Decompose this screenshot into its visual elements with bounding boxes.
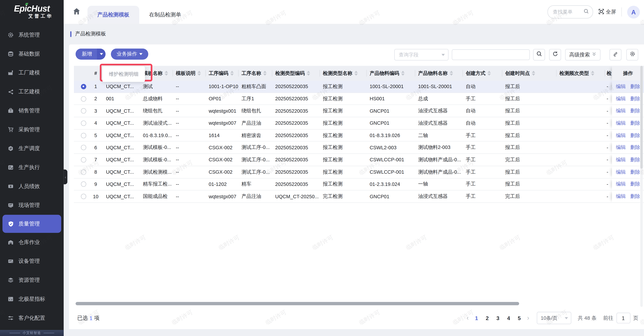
page-number-5[interactable]: 5 <box>514 315 524 321</box>
sidebar-item-3[interactable]: 工艺建模 <box>0 82 64 101</box>
tab-wip-inspection-sheet[interactable]: 在制品检测单 <box>139 6 191 24</box>
vertical-scrollbar[interactable] <box>640 66 643 307</box>
sidebar-item-0[interactable]: 系统管理 <box>0 26 64 45</box>
delete-link[interactable]: 删除 <box>630 144 640 151</box>
table-row-6[interactable]: 6UQCM_CT...测试模板-0...--CSGX-002测试工序-0...2… <box>74 142 644 154</box>
table-row-10[interactable]: 10UQCM_CT...国能成品检--wqtestgx007产品注油UQCM_C… <box>74 191 644 203</box>
edit-link[interactable]: 编辑 <box>616 132 626 139</box>
table-row-8[interactable]: 8UQCM_CT...测试检测模...--CSGX-002测试工序-0...20… <box>74 166 644 178</box>
row-radio[interactable] <box>74 81 89 93</box>
delete-link[interactable]: 删除 <box>630 181 640 188</box>
search-button[interactable] <box>533 49 545 61</box>
table-row-1[interactable]: 1UQCM_CT...测试--1001-1-OP10粗精车凸面202505220… <box>74 81 644 93</box>
delete-link[interactable]: 删除 <box>630 107 640 114</box>
sort-carets-icon[interactable] <box>263 71 266 76</box>
fullscreen-button[interactable]: 全屏 <box>598 9 616 16</box>
edit-link[interactable]: 编辑 <box>616 144 626 151</box>
sidebar-item-6[interactable]: 生产调度 <box>0 139 64 158</box>
delete-link[interactable]: 删除 <box>630 193 640 200</box>
column-header-6[interactable]: 检测类型编码 <box>272 66 320 80</box>
refresh-button[interactable] <box>549 49 561 61</box>
sort-carets-icon[interactable] <box>488 71 491 76</box>
advanced-search-button[interactable]: 高级搜索 <box>565 49 600 61</box>
prev-page-button[interactable]: ‹ <box>464 314 471 322</box>
sidebar-item-4[interactable]: 销售管理 <box>0 101 64 120</box>
edit-link[interactable]: 编辑 <box>616 83 626 90</box>
row-radio[interactable] <box>74 117 89 129</box>
add-button[interactable]: 新增 <box>76 49 106 60</box>
column-header-10[interactable]: 创建方式 <box>462 66 502 80</box>
delete-link[interactable]: 删除 <box>630 120 640 127</box>
column-header-7[interactable]: 检测类型名称 <box>320 66 366 80</box>
sidebar-item-5[interactable]: 采购管理 <box>0 120 64 139</box>
goto-page-input[interactable] <box>616 313 630 323</box>
table-row-5[interactable]: 5UQCM_CT...01-8.3.19.0...--1614精密滚齿20250… <box>74 129 644 142</box>
horizontal-scrollbar[interactable] <box>76 302 519 305</box>
sort-carets-icon[interactable] <box>307 71 310 76</box>
row-radio[interactable] <box>74 129 89 141</box>
table-row-3[interactable]: 3UQCM_CT...绕组包扎--wqtestgx001绕组包扎20250522… <box>74 105 644 117</box>
table-row-4[interactable]: 4UQCM_CT...测试油浸式...--wqtestgx007产品注油2025… <box>74 117 644 129</box>
delete-link[interactable]: 删除 <box>630 169 640 176</box>
edit-columns-button[interactable] <box>610 49 621 61</box>
sidebar-item-8[interactable]: 人员绩效 <box>0 177 64 196</box>
delete-link[interactable]: 删除 <box>630 132 640 139</box>
edit-link[interactable]: 编辑 <box>616 193 626 200</box>
row-radio[interactable] <box>74 179 89 190</box>
table-settings-button[interactable] <box>626 49 638 61</box>
vertical-scrollbar-thumb[interactable] <box>640 66 643 169</box>
sort-carets-icon[interactable] <box>230 71 234 76</box>
home-button[interactable] <box>73 0 80 24</box>
sort-carets-icon[interactable] <box>532 71 535 76</box>
row-radio[interactable] <box>74 191 89 203</box>
row-radio[interactable] <box>74 105 89 117</box>
edit-link[interactable]: 编辑 <box>616 156 626 163</box>
page-number-1[interactable]: 1 <box>471 315 482 321</box>
query-value-input[interactable] <box>452 49 530 60</box>
column-header-11[interactable]: 创建时间点 <box>502 66 556 80</box>
delete-link[interactable]: 删除 <box>630 156 640 163</box>
menu-search-input[interactable]: 查找菜单 <box>548 6 593 19</box>
sort-carets-icon[interactable] <box>198 71 201 76</box>
delete-link[interactable]: 删除 <box>630 95 640 102</box>
sidebar-item-13[interactable]: 资源管理 <box>0 271 64 290</box>
edit-link[interactable]: 编辑 <box>616 120 626 127</box>
tab-product-inspection-template[interactable]: 产品检测模板 <box>88 6 139 24</box>
sort-carets-icon[interactable] <box>591 71 594 76</box>
page-number-4[interactable]: 4 <box>503 315 514 321</box>
table-row-7[interactable]: 7UQCM_CT...测试模板-0...--CSGX-002测试工序-0...2… <box>74 154 644 166</box>
column-header-5[interactable]: 工序名称 <box>238 66 272 80</box>
edit-link[interactable]: 编辑 <box>616 107 626 114</box>
column-header-12[interactable]: 检测频次类型 <box>556 66 604 80</box>
sidebar-item-9[interactable]: 现场管理 <box>0 196 64 215</box>
next-page-button[interactable]: › <box>524 314 532 322</box>
sort-carets-icon[interactable] <box>354 71 358 76</box>
edit-link[interactable]: 编辑 <box>616 169 626 176</box>
query-field-select[interactable]: 查询字段 <box>394 49 448 61</box>
table-row-9[interactable]: 9UQCM_CT...精车报工检...--01-1202精车2025052200… <box>74 179 644 191</box>
sort-carets-icon[interactable] <box>450 71 453 76</box>
column-header-3[interactable]: 模板说明 <box>172 66 205 80</box>
avatar[interactable]: A <box>627 6 640 18</box>
sort-carets-icon[interactable] <box>401 71 404 76</box>
table-row-2[interactable]: 2001总成物料--OP01工序1202505220035报工检测HS001总成… <box>74 93 644 105</box>
sidebar-item-10[interactable]: 质量管理 <box>2 215 61 233</box>
row-radio[interactable] <box>74 166 89 178</box>
column-header-8[interactable]: 产品物料编码 <box>366 66 415 80</box>
sidebar-item-7[interactable]: 生产执行 <box>0 158 64 177</box>
edit-link[interactable]: 编辑 <box>616 95 626 102</box>
sidebar-item-15[interactable]: 客户化配置 <box>0 308 64 327</box>
sidebar-item-14[interactable]: 北极星指标 <box>0 290 64 308</box>
page-number-3[interactable]: 3 <box>492 315 503 321</box>
sort-carets-icon[interactable] <box>165 71 168 76</box>
row-radio[interactable] <box>74 93 89 105</box>
page-size-select[interactable]: 10条/页 <box>536 312 571 324</box>
sidebar-item-1[interactable]: 基础数据 <box>0 44 64 63</box>
sidebar-item-2[interactable]: 工厂建模 <box>0 63 64 82</box>
sidebar-item-11[interactable]: 仓库作业 <box>0 233 64 252</box>
delete-link[interactable]: 删除 <box>630 83 640 90</box>
column-header-9[interactable]: 产品物料名称 <box>415 66 462 80</box>
add-dropdown-button[interactable] <box>97 49 106 60</box>
edit-link[interactable]: 编辑 <box>616 181 626 188</box>
business-operations-button[interactable]: 业务操作 <box>111 49 148 60</box>
